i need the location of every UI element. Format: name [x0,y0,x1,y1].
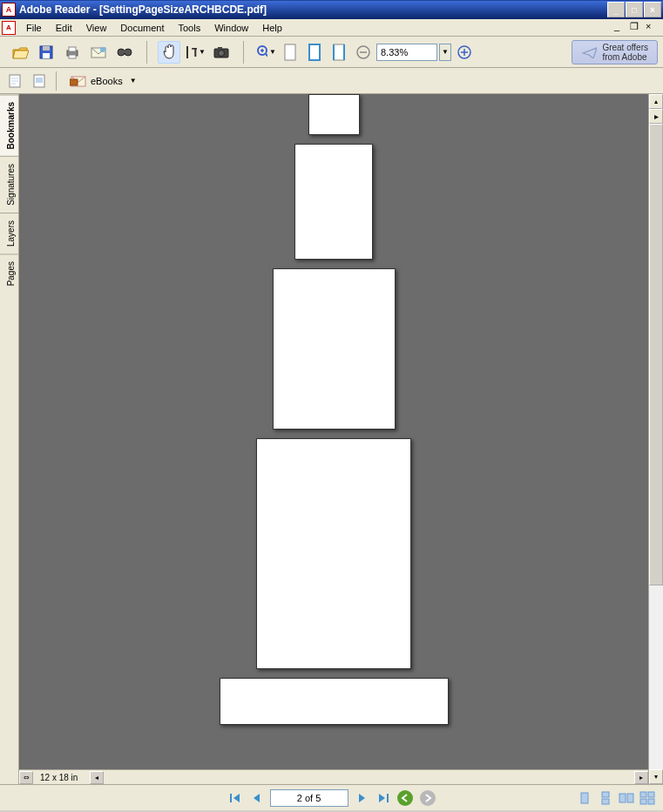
minimize-button[interactable]: _ [607,2,625,17]
svg-point-7 [100,47,105,52]
menubar: A File Edit View Document Tools Window H… [0,19,663,37]
vscroll-page-up-button[interactable]: ▸ [649,109,663,124]
document-viewport[interactable] [19,94,648,769]
floppy-disk-icon [38,44,54,60]
page-actual-icon [282,43,298,62]
svg-rect-41 [581,793,588,803]
vscroll-track[interactable] [649,124,663,769]
prev-page-button[interactable] [249,791,263,805]
sidebar-tab-pages[interactable]: Pages [0,254,18,293]
menu-edit[interactable]: Edit [49,21,79,35]
svg-line-17 [266,54,267,58]
fit-page-button[interactable] [303,41,326,64]
hscroll-left-button[interactable]: ◂ [90,771,104,784]
next-page-icon [357,792,368,804]
clipboard-text-icon [7,73,23,89]
dropdown-arrow-icon: ▼ [130,77,137,85]
menu-document[interactable]: Document [113,21,171,35]
svg-rect-44 [619,794,626,802]
first-page-button[interactable] [228,791,242,805]
zoom-dropdown-button[interactable]: ▼ [439,44,451,61]
back-arrow-icon [400,793,410,803]
prev-page-icon [251,792,261,804]
svg-rect-10 [123,51,126,53]
vertical-scrollbar[interactable]: ▴ ▸ ▾ [648,94,663,784]
svg-rect-45 [627,794,633,802]
next-page-button[interactable] [355,791,369,805]
sidebar-tab-signatures[interactable]: Signatures [0,156,18,213]
titlebar: A Adobe Reader - [SettingPageSizeARCHBCD… [0,0,663,19]
svg-rect-21 [309,44,320,60]
actual-size-button[interactable] [279,41,301,64]
vscroll-thumb[interactable] [649,124,663,585]
pdf-page[interactable] [256,438,411,669]
maximize-button[interactable]: □ [626,2,643,17]
menu-file[interactable]: File [19,21,49,35]
page-fit-icon [307,43,322,62]
single-page-view-button[interactable] [576,790,593,806]
vscroll-down-button[interactable]: ▾ [649,769,663,784]
page-size-label: 12 x 18 in [33,773,90,782]
last-page-button[interactable] [376,791,390,805]
svg-rect-4 [69,47,76,51]
hscroll-right-button[interactable]: ▸ [634,771,648,784]
page-navigation-bar [0,784,663,810]
hand-tool-button[interactable] [158,41,180,64]
vscroll-up-button[interactable]: ▴ [649,94,663,109]
continuous-facing-icon [639,791,655,805]
previous-view-button[interactable] [397,790,413,806]
pdf-page[interactable] [273,268,396,430]
pdf-page[interactable] [294,144,373,260]
next-view-button[interactable] [420,790,436,806]
facing-view-button[interactable] [618,790,635,806]
save-button[interactable] [35,41,58,64]
sidebar-tab-bookmarks[interactable]: Bookmarks [0,94,18,156]
document-area: ⇔ 12 x 18 in ◂ ▸ ▴ ▸ ▾ [19,94,663,784]
clipboard-text-button[interactable] [5,71,24,91]
zoom-in-button[interactable] [453,41,476,64]
svg-text:T: T [192,45,197,59]
svg-rect-48 [640,799,646,804]
secondary-toolbar: eBooks ▼ [0,68,663,94]
mdi-close-button[interactable]: × [646,21,661,35]
adobe-offers-button[interactable]: Great offers from Adobe [572,40,658,64]
page-width-icon [331,43,347,62]
clipboard-image-button[interactable] [30,71,49,91]
last-page-icon [377,792,389,804]
svg-rect-5 [69,55,76,58]
ebooks-label: eBooks [91,76,123,86]
binoculars-icon [116,44,133,60]
email-button[interactable] [87,41,110,64]
mdi-minimize-button[interactable]: _ [614,21,630,35]
app-icon: A [2,3,16,17]
mdi-restore-button[interactable]: ❐ [630,21,646,35]
zoom-out-button[interactable] [352,41,375,64]
page-units-toggle[interactable]: ⇔ [19,771,33,784]
close-button[interactable]: × [644,2,661,17]
continuous-view-button[interactable] [597,790,614,806]
continuous-facing-view-button[interactable] [639,790,656,806]
camera-icon [213,45,230,59]
fit-width-button[interactable] [328,41,350,64]
pdf-page[interactable] [220,678,449,725]
menu-window[interactable]: Window [207,21,255,35]
window-title: Adobe Reader - [SettingPageSizeARCHBCDE.… [19,3,606,16]
svg-rect-40 [387,794,389,802]
menu-view[interactable]: View [79,21,114,35]
ebooks-button[interactable]: eBooks ▼ [64,71,143,91]
menu-help[interactable]: Help [255,21,289,35]
menu-tools[interactable]: Tools [172,21,208,35]
search-button[interactable] [113,41,136,64]
zoom-in-tool-button[interactable]: ▼ [254,41,277,64]
print-button[interactable] [61,41,84,64]
snapshot-tool-button[interactable] [210,41,233,64]
select-text-button[interactable]: T ▼ [184,41,206,64]
page-number-input[interactable] [270,789,348,807]
pdf-page[interactable] [308,94,360,135]
text-select-icon: T [185,44,197,60]
svg-rect-2 [43,53,50,58]
sidebar-tab-layers[interactable]: Layers [0,213,18,254]
zoom-level-input[interactable] [376,44,437,61]
open-button[interactable] [9,41,31,64]
paper-plane-icon [581,46,597,58]
